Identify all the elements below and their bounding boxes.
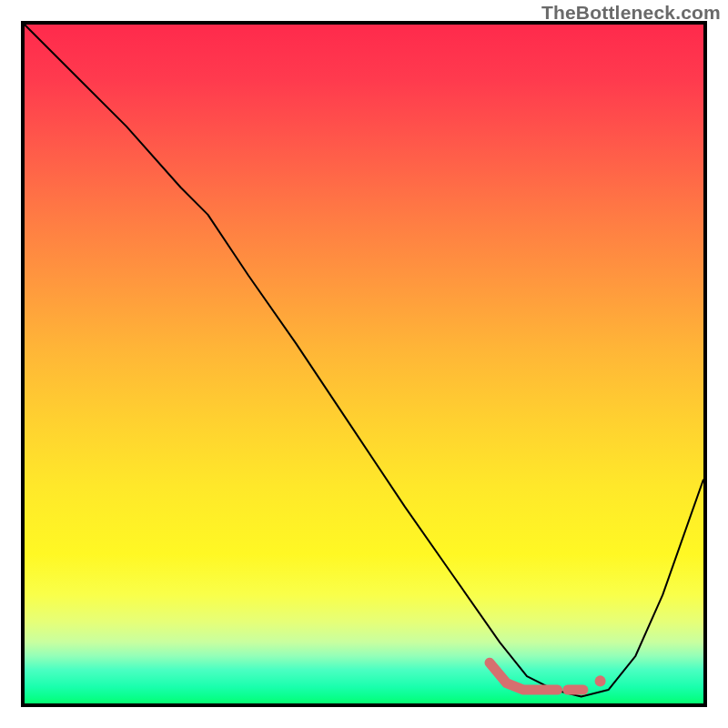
gradient-background xyxy=(25,25,703,703)
chart-canvas: TheBottleneck.com xyxy=(0,0,728,728)
watermark-text: TheBottleneck.com xyxy=(541,2,721,24)
plot-frame xyxy=(21,21,707,707)
